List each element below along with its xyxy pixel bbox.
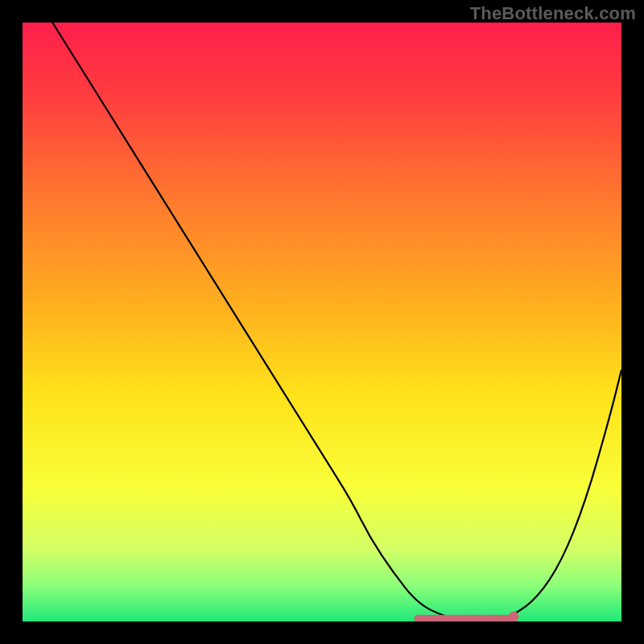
optimal-point-marker (509, 612, 518, 621)
watermark-text: TheBottleneck.com (470, 3, 636, 24)
gradient-background (23, 23, 621, 621)
chart-frame: TheBottleneck.com (0, 0, 644, 644)
bottleneck-chart (23, 23, 621, 621)
plot-area (23, 23, 621, 621)
